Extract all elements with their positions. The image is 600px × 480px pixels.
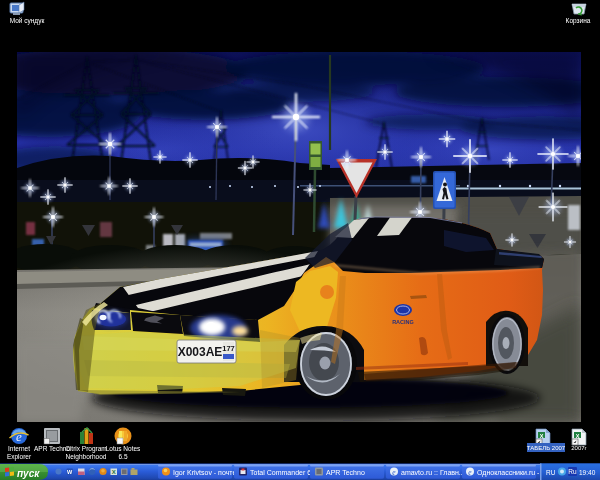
svg-text:W: W <box>67 469 73 475</box>
svg-text:Одноклассники.ru - ...: Одноклассники.ru - ... <box>477 469 547 477</box>
svg-text:X: X <box>540 433 544 439</box>
svg-text:Мой сундук: Мой сундук <box>10 17 45 25</box>
svg-text:RU: RU <box>546 469 556 476</box>
svg-text:Neighborhood: Neighborhood <box>66 453 107 461</box>
svg-text:amavto.ru :: Главн...: amavto.ru :: Главн... <box>401 469 465 476</box>
svg-text:пуск: пуск <box>17 468 40 479</box>
svg-text:X: X <box>112 469 116 475</box>
svg-text:2007г: 2007г <box>571 445 587 451</box>
svg-text:Igor Krivtsov - почте...: Igor Krivtsov - почте... <box>173 469 242 477</box>
svg-text:177: 177 <box>222 344 235 353</box>
svg-text:ТАБЕЛЬ 2007: ТАБЕЛЬ 2007 <box>527 445 566 451</box>
svg-text:Х003АЕ: Х003АЕ <box>178 345 223 359</box>
svg-text:e: e <box>16 429 22 444</box>
svg-text:Ru: Ru <box>568 468 577 475</box>
svg-text:Корзина: Корзина <box>566 17 591 25</box>
svg-text:6.5: 6.5 <box>118 453 127 460</box>
svg-text:Lotus Notes: Lotus Notes <box>106 445 141 452</box>
svg-text:Explorer: Explorer <box>7 453 32 461</box>
svg-text:Internet: Internet <box>8 445 30 452</box>
svg-text:RACING: RACING <box>392 319 414 325</box>
svg-text:19:40: 19:40 <box>579 469 596 476</box>
svg-text:APR Techno: APR Techno <box>326 469 365 476</box>
svg-text:X: X <box>576 433 580 439</box>
